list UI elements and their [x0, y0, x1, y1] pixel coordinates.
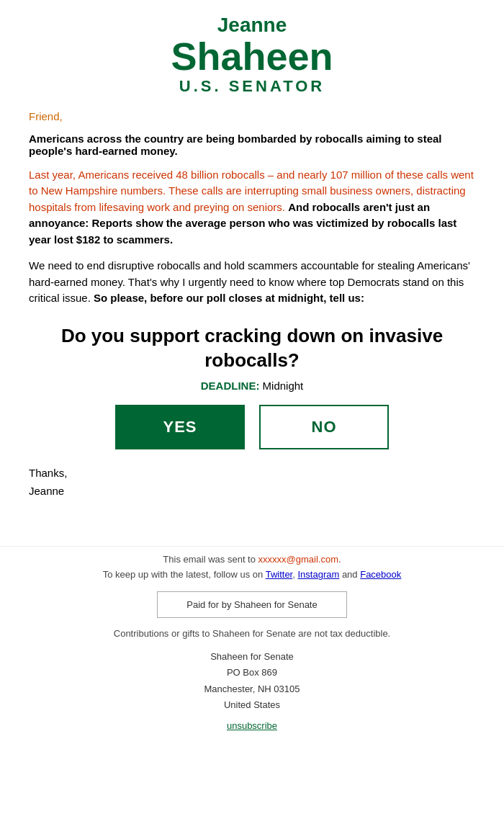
paid-for-box-wrapper: Paid for by Shaheen for Senate	[43, 591, 461, 628]
footer-city-state: Manchester, NH 03105	[204, 684, 300, 694]
signature-text: Jeanne	[29, 485, 475, 497]
body-para-1: Last year, Americans received 48 billion…	[29, 167, 475, 248]
footer-disclaimer: Contributions or gifts to Shaheen for Se…	[43, 628, 461, 639]
email-prefix: This email was sent to	[163, 554, 258, 565]
poll-section: Do you support cracking down on invasive…	[29, 324, 475, 450]
header-jeanne: Jeanne	[29, 14, 475, 37]
greeting: Friend,	[29, 110, 475, 122]
paid-for-box: Paid for by Shaheen for Senate	[157, 591, 346, 618]
deadline-label: DEADLINE:	[201, 380, 260, 392]
deadline-line: DEADLINE: Midnight	[29, 380, 475, 392]
footer-country: United States	[224, 699, 280, 710]
instagram-link[interactable]: Instagram	[297, 569, 339, 580]
deadline-value: Midnight	[263, 380, 304, 392]
page-wrapper: Jeanne Shaheen U.S. SENATOR Friend, Amer…	[0, 0, 504, 753]
email-suffix: .	[338, 554, 341, 565]
header-senator: U.S. SENATOR	[29, 77, 475, 96]
social-prefix: To keep up with the latest, follow us on	[103, 569, 266, 580]
poll-question: Do you support cracking down on invasive…	[29, 324, 475, 373]
facebook-link[interactable]: Facebook	[360, 569, 401, 580]
bold-intro: Americans across the country are being b…	[29, 133, 475, 157]
footer-address: Shaheen for Senate PO Box 869 Manchester…	[43, 649, 461, 712]
footer-po-box: PO Box 869	[227, 667, 277, 678]
main-content: Friend, Americans across the country are…	[0, 103, 504, 518]
footer-org: Shaheen for Senate	[210, 651, 294, 662]
footer: This email was sent to xxxxxx@gmail.com.…	[0, 546, 504, 752]
footer-email-line: This email was sent to xxxxxx@gmail.com.	[43, 554, 461, 565]
social-and: and	[339, 569, 360, 580]
footer-unsubscribe-wrapper: unsubscribe	[43, 720, 461, 731]
para2-bold-text: So please, before our poll closes at mid…	[94, 292, 364, 304]
no-button[interactable]: NO	[259, 405, 389, 449]
yes-button[interactable]: YES	[115, 405, 245, 449]
header: Jeanne Shaheen U.S. SENATOR	[0, 0, 504, 103]
thanks-text: Thanks,	[29, 467, 475, 479]
closing: Thanks, Jeanne	[29, 467, 475, 497]
footer-social-line: To keep up with the latest, follow us on…	[43, 569, 461, 580]
email-link[interactable]: xxxxxx@gmail.com	[258, 554, 338, 565]
twitter-link[interactable]: Twitter	[266, 569, 293, 580]
buttons-row: YES NO	[29, 405, 475, 449]
header-shaheen: Shaheen	[29, 37, 475, 76]
unsubscribe-link[interactable]: unsubscribe	[227, 720, 277, 731]
body-para-2: We need to end disruptive robocalls and …	[29, 258, 475, 307]
